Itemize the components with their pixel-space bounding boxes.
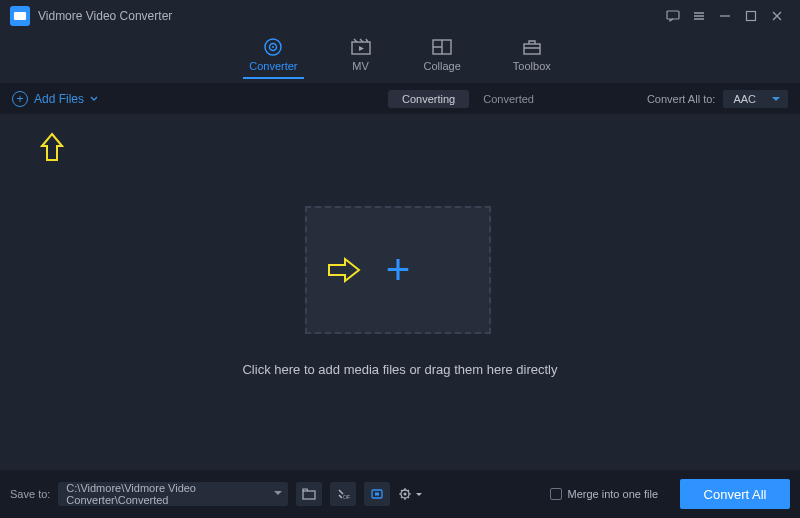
- plus-icon: +: [386, 246, 411, 294]
- merge-label: Merge into one file: [568, 488, 659, 500]
- save-path-select[interactable]: C:\Vidmore\Vidmore Video Converter\Conve…: [58, 482, 288, 506]
- tab-collage[interactable]: Collage: [424, 38, 461, 78]
- tab-mv[interactable]: MV: [350, 38, 372, 78]
- convert-all-button[interactable]: Convert All: [680, 479, 790, 509]
- output-format-select[interactable]: AAC: [723, 90, 788, 108]
- gpu-button[interactable]: [364, 482, 390, 506]
- status-segment: Converting Converted: [388, 90, 534, 108]
- svg-rect-8: [524, 44, 540, 54]
- open-folder-button[interactable]: [296, 482, 322, 506]
- plus-circle-icon: +: [12, 91, 28, 107]
- tab-toolbox[interactable]: Toolbox: [513, 38, 551, 78]
- svg-rect-12: [375, 493, 379, 496]
- dropzone-hint: Click here to add media files or drag th…: [0, 362, 800, 377]
- svg-rect-9: [303, 491, 315, 499]
- app-logo: [10, 6, 30, 26]
- save-to-label: Save to:: [10, 488, 50, 500]
- footer: Save to: C:\Vidmore\Vidmore Video Conver…: [0, 470, 800, 518]
- chevron-down-icon: [416, 493, 422, 499]
- chevron-down-icon: [274, 491, 282, 499]
- maximize-icon[interactable]: [738, 3, 764, 29]
- tab-label: Collage: [424, 60, 461, 72]
- tab-converter[interactable]: Converter: [249, 38, 297, 78]
- checkbox-icon: [550, 488, 562, 500]
- titlebar: Vidmore Video Converter: [0, 0, 800, 32]
- toolbox-icon: [521, 38, 543, 56]
- add-files-label: Add Files: [34, 92, 84, 106]
- converted-tab[interactable]: Converted: [483, 93, 534, 105]
- menu-icon[interactable]: [686, 3, 712, 29]
- collage-icon: [431, 38, 453, 56]
- annotation-arrow-up: [40, 132, 64, 162]
- converting-tab[interactable]: Converting: [388, 90, 469, 108]
- converter-icon: [262, 38, 284, 56]
- tab-label: Toolbox: [513, 60, 551, 72]
- svg-text:OFF: OFF: [343, 494, 350, 500]
- settings-button[interactable]: [398, 487, 422, 501]
- minimize-icon[interactable]: [712, 3, 738, 29]
- svg-point-14: [404, 493, 407, 496]
- toolbar: + Add Files Converting Converted Convert…: [0, 84, 800, 114]
- dropzone[interactable]: +: [305, 206, 491, 334]
- svg-rect-1: [747, 12, 756, 21]
- format-value: AAC: [733, 93, 756, 105]
- save-path-value: C:\Vidmore\Vidmore Video Converter\Conve…: [66, 482, 280, 506]
- svg-rect-0: [667, 11, 679, 19]
- main-area: + Click here to add media files or drag …: [0, 114, 800, 470]
- merge-checkbox[interactable]: Merge into one file: [550, 488, 659, 500]
- convert-all-to: Convert All to: AAC: [647, 90, 788, 108]
- convert-all-label: Convert All to:: [647, 93, 715, 105]
- close-icon[interactable]: [764, 3, 790, 29]
- chevron-down-icon: [90, 96, 98, 102]
- tab-label: MV: [352, 60, 369, 72]
- svg-point-4: [272, 46, 274, 48]
- mv-icon: [350, 38, 372, 56]
- main-tabs: Converter MV Collage Toolbox: [0, 32, 800, 84]
- app-title: Vidmore Video Converter: [38, 9, 172, 23]
- gear-icon: [398, 487, 412, 501]
- add-files-button[interactable]: + Add Files: [12, 91, 98, 107]
- tab-label: Converter: [249, 60, 297, 72]
- convert-label: Convert All: [704, 487, 767, 502]
- svg-marker-6: [359, 46, 364, 51]
- speed-button[interactable]: OFF: [330, 482, 356, 506]
- feedback-icon[interactable]: [660, 3, 686, 29]
